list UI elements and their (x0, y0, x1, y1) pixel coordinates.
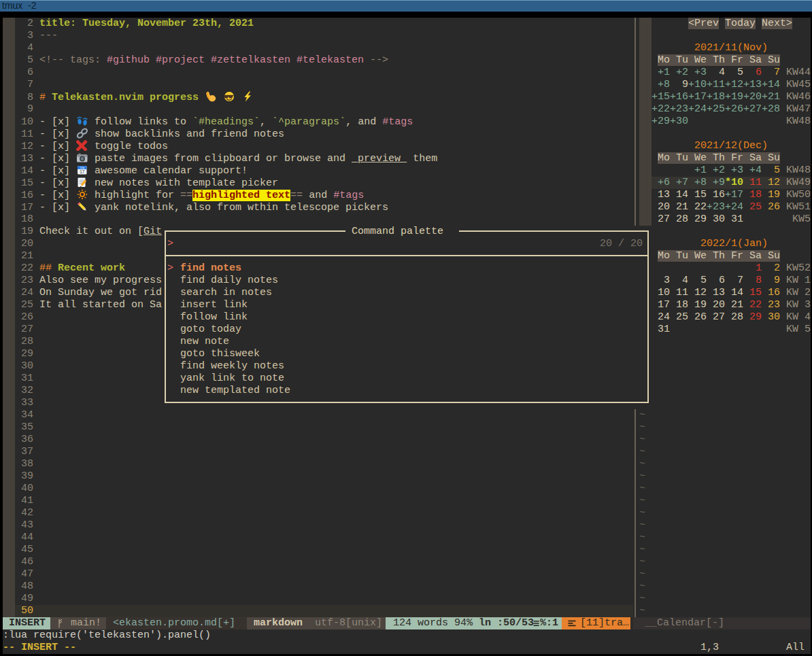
svg-text:17: 17 (80, 169, 85, 174)
